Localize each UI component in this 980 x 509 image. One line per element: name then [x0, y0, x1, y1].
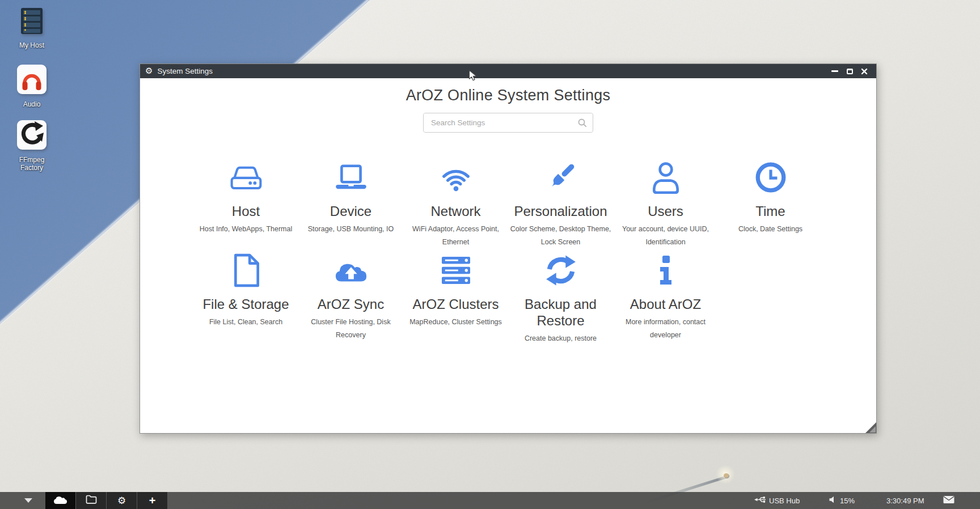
search-icon: [578, 118, 587, 130]
window-controls: [831, 67, 871, 75]
desktop-icon-label: My Host: [19, 41, 44, 49]
setting-file-storage[interactable]: File & Storage File List, Clean, Search: [193, 252, 298, 345]
setting-title: Backup and Restore: [510, 296, 612, 329]
user-icon: [649, 159, 682, 196]
nail: [724, 473, 729, 478]
setting-time[interactable]: Time Clock, Date Settings: [718, 159, 823, 249]
usb-icon[interactable]: [754, 496, 767, 505]
window-titlebar[interactable]: ⚙ System Settings: [140, 64, 876, 78]
cloud-upload-icon: [333, 252, 369, 289]
setting-network[interactable]: Network WiFi Adaptor, Access Point, Ethe…: [403, 159, 508, 249]
setting-subtitle: Host Info, WebApps, Thermal: [200, 223, 293, 236]
setting-subtitle: Cluster File Hosting, Disk Recovery: [298, 316, 403, 342]
setting-subtitle: MapReduce, Cluster Settings: [409, 316, 502, 329]
setting-subtitle: More information, contact developer: [613, 316, 718, 342]
setting-users[interactable]: Users Your account, device UUID, Identif…: [613, 159, 718, 249]
server-icon: [19, 7, 44, 37]
minimize-icon[interactable]: [831, 67, 839, 75]
setting-title: ArOZ Clusters: [412, 296, 499, 312]
setting-title: Device: [330, 203, 371, 219]
desktop-icon-ffmpeg-factory[interactable]: FFmpeg Factory: [6, 120, 58, 172]
setting-host[interactable]: Host Host Info, WebApps, Thermal: [193, 159, 298, 249]
speaker-icon[interactable]: [829, 496, 835, 505]
desktop-icons: My Host Audio: [6, 7, 58, 172]
setting-title: Personalization: [514, 203, 607, 219]
search-box: [423, 113, 593, 133]
taskbar-clock[interactable]: 3:30:49 PM: [886, 497, 924, 505]
laptop-icon: [334, 159, 368, 196]
setting-aroz-clusters[interactable]: ArOZ Clusters MapReduce, Cluster Setting…: [403, 252, 508, 345]
recycle-arrows-icon: [17, 120, 47, 152]
setting-title: Network: [430, 203, 480, 219]
system-settings-window: ⚙ System Settings ArOZ Online System Set…: [140, 63, 877, 434]
setting-title: Time: [755, 203, 785, 219]
volume-level[interactable]: 15%: [840, 497, 855, 505]
setting-personalization[interactable]: Personalization Color Scheme, Desktop Th…: [508, 159, 613, 249]
desktop-icon-my-host[interactable]: My Host: [6, 7, 58, 49]
sync-arrows-icon: [544, 252, 577, 289]
search-input[interactable]: [424, 113, 593, 132]
desktop: My Host Audio: [0, 0, 980, 509]
settings-content: ArOZ Online System Settings: [140, 78, 876, 433]
setting-subtitle: Storage, USB Mounting, IO: [308, 223, 394, 236]
file-icon: [231, 252, 261, 289]
gear-icon: ⚙: [117, 496, 126, 506]
cloud-icon: [53, 495, 68, 507]
taskbar-app-files[interactable]: [76, 492, 106, 509]
setting-about-aroz[interactable]: About ArOZ More information, contact dev…: [613, 252, 718, 345]
taskbar-apps: ⚙ +: [45, 492, 168, 509]
maximize-icon[interactable]: [846, 67, 854, 75]
setting-subtitle: File List, Clean, Search: [209, 316, 282, 329]
paintbrush-icon: [544, 159, 577, 196]
setting-title: Users: [648, 203, 683, 219]
envelope-icon[interactable]: [943, 496, 954, 506]
harddrive-icon: [230, 159, 263, 196]
settings-grid: Host Host Info, WebApps, Thermal Device …: [193, 159, 823, 349]
setting-backup-restore[interactable]: Backup and Restore Create backup, restor…: [508, 252, 613, 345]
close-icon[interactable]: [860, 67, 868, 75]
caret-down-icon[interactable]: [24, 498, 32, 503]
taskbar: ⚙ + USB Hub 15%: [0, 492, 980, 509]
setting-subtitle: Create backup, restore: [525, 332, 597, 345]
window-title: System Settings: [157, 67, 213, 75]
setting-subtitle: WiFi Adaptor, Access Point, Ethernet: [403, 223, 508, 249]
setting-subtitle: Your account, device UUID, Identificatio…: [613, 223, 718, 249]
desktop-icon-audio[interactable]: Audio: [6, 65, 58, 108]
desktop-icon-label: FFmpeg Factory: [12, 156, 52, 172]
setting-subtitle: Clock, Date Settings: [738, 223, 802, 236]
setting-title: ArOZ Sync: [318, 296, 384, 312]
headphones-icon: [17, 65, 47, 96]
usb-status-label[interactable]: USB Hub: [769, 497, 800, 505]
plus-icon: +: [149, 495, 156, 506]
info-icon: [650, 252, 682, 289]
setting-aroz-sync[interactable]: ArOZ Sync Cluster File Hosting, Disk Rec…: [298, 252, 403, 345]
server-stack-icon: [440, 252, 472, 289]
desktop-icon-label: Audio: [23, 100, 41, 108]
taskbar-app-cloud[interactable]: [45, 492, 75, 509]
window-resize-handle-inner: [869, 426, 876, 432]
taskbar-app-settings[interactable]: ⚙: [107, 492, 137, 509]
gear-icon: ⚙: [145, 67, 153, 75]
setting-title: Host: [232, 203, 260, 219]
taskbar-app-add[interactable]: +: [137, 492, 167, 509]
setting-device[interactable]: Device Storage, USB Mounting, IO: [298, 159, 403, 249]
folder-icon: [86, 495, 97, 506]
setting-subtitle: Color Scheme, Desktop Theme, Lock Screen: [508, 223, 613, 249]
setting-title: About ArOZ: [630, 296, 701, 312]
setting-title: File & Storage: [202, 296, 289, 312]
clock-icon: [754, 159, 787, 196]
wifi-icon: [438, 159, 474, 196]
page-title: ArOZ Online System Settings: [140, 87, 876, 104]
